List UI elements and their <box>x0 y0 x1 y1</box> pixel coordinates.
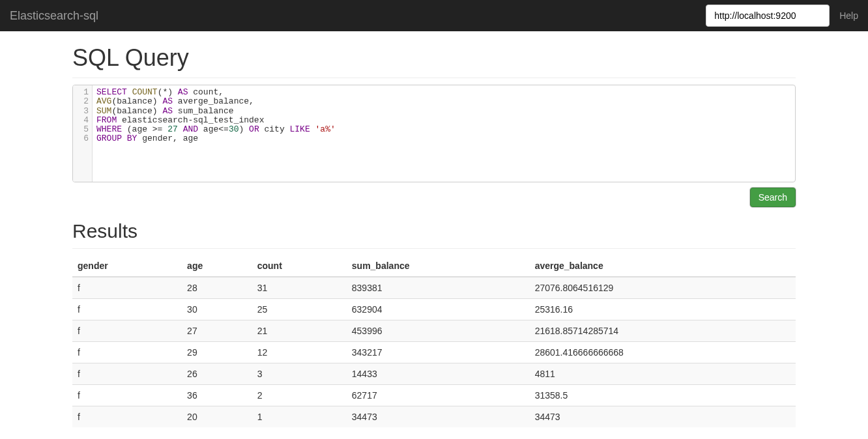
table-cell: 31 <box>252 277 347 299</box>
table-cell: f <box>72 406 182 428</box>
table-cell: f <box>72 363 182 385</box>
table-cell: f <box>72 320 182 342</box>
table-cell: 31358.5 <box>530 385 796 406</box>
table-cell: 14433 <box>347 363 530 385</box>
page-title: SQL Query <box>72 44 796 78</box>
table-cell: 29 <box>182 342 252 363</box>
table-cell: f <box>72 277 182 299</box>
table-row: f283183938127076.8064516129 <box>72 277 796 299</box>
results-table: genderagecountsum_balanceaverge_balance … <box>72 255 796 427</box>
table-cell: 36 <box>182 385 252 406</box>
column-header[interactable]: age <box>182 255 252 277</box>
table-cell: f <box>72 342 182 363</box>
editor-code[interactable]: SELECT COUNT(*) AS count, AVG(balance) A… <box>93 85 795 182</box>
table-cell: f <box>72 385 182 406</box>
table-cell: 839381 <box>347 277 530 299</box>
table-header-row: genderagecountsum_balanceaverge_balance <box>72 255 796 277</box>
table-cell: 26 <box>182 363 252 385</box>
table-cell: 28601.416666666668 <box>530 342 796 363</box>
table-cell: 4811 <box>530 363 796 385</box>
table-cell: 27 <box>182 320 252 342</box>
table-cell: 2 <box>252 385 347 406</box>
table-row: f291234321728601.416666666668 <box>72 342 796 363</box>
editor-gutter: 1 2 3 4 5 6 <box>73 85 93 182</box>
table-cell: 343217 <box>347 342 530 363</box>
table-cell: 12 <box>252 342 347 363</box>
table-row: f3626271731358.5 <box>72 385 796 406</box>
host-input[interactable] <box>706 5 830 27</box>
table-cell: 25316.16 <box>530 299 796 320</box>
table-cell: 34473 <box>530 406 796 428</box>
search-row: Search <box>72 188 796 207</box>
table-cell: 453996 <box>347 320 530 342</box>
table-cell: 632904 <box>347 299 530 320</box>
navbar-right: Help <box>706 5 858 27</box>
table-cell: 28 <box>182 277 252 299</box>
navbar: Elasticsearch-sql Help <box>0 0 868 31</box>
table-row: f2013447334473 <box>72 406 796 428</box>
table-cell: 20 <box>182 406 252 428</box>
table-cell: 25 <box>252 299 347 320</box>
table-body: f283183938127076.8064516129f302563290425… <box>72 277 796 427</box>
sql-editor[interactable]: 1 2 3 4 5 6 SELECT COUNT(*) AS count, AV… <box>72 85 796 182</box>
table-cell: 34473 <box>347 406 530 428</box>
table-cell: 21618.85714285714 <box>530 320 796 342</box>
table-cell: 62717 <box>347 385 530 406</box>
table-row: f263144334811 <box>72 363 796 385</box>
table-cell: 21 <box>252 320 347 342</box>
results-title: Results <box>72 220 796 249</box>
table-cell: 3 <box>252 363 347 385</box>
table-cell: 27076.8064516129 <box>530 277 796 299</box>
navbar-brand[interactable]: Elasticsearch-sql <box>10 9 98 23</box>
column-header[interactable]: gender <box>72 255 182 277</box>
table-cell: 30 <box>182 299 252 320</box>
table-row: f302563290425316.16 <box>72 299 796 320</box>
search-button[interactable]: Search <box>750 188 796 207</box>
help-link[interactable]: Help <box>839 10 858 21</box>
column-header[interactable]: sum_balance <box>347 255 530 277</box>
column-header[interactable]: averge_balance <box>530 255 796 277</box>
table-cell: 1 <box>252 406 347 428</box>
main-container: SQL Query 1 2 3 4 5 6 SELECT COUNT(*) AS… <box>63 44 805 427</box>
table-row: f272145399621618.85714285714 <box>72 320 796 342</box>
table-cell: f <box>72 299 182 320</box>
column-header[interactable]: count <box>252 255 347 277</box>
